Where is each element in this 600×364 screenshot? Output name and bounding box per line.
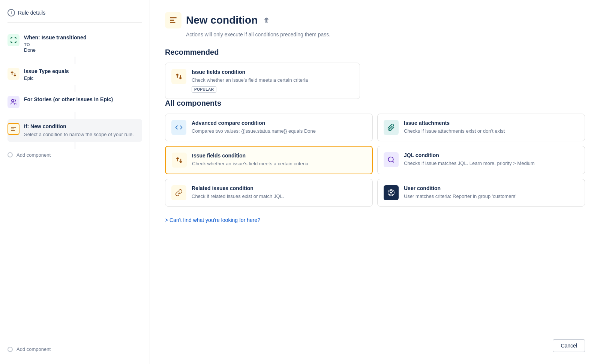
issue-attachments-content: Issue attachments Checks if issue attach… [404,120,579,135]
card-advanced-compare[interactable]: Advanced compare condition Compares two … [165,114,373,141]
advanced-compare-title: Advanced compare condition [192,120,366,126]
delete-icon[interactable]: 🗑 [264,17,270,24]
connector-line-1 [75,57,75,64]
condition1-title: Issue Type equals [24,68,142,75]
user-condition-title: User condition [404,185,579,191]
rec-issue-fields-content: Issue fields condition Check whether an … [192,69,354,93]
cant-find-link[interactable]: > Can't find what you're looking for her… [165,217,585,223]
connector-line-2 [75,85,75,92]
add-component-inner-label: Add component [16,152,51,158]
add-component-inner[interactable]: Add component [8,149,142,161]
condition1-value: Epic [24,75,142,81]
issue-attachments-desc: Checks if issue attachments exist or don… [404,127,579,135]
card-rec-issue-fields[interactable]: Issue fields condition Check whether an … [165,63,360,99]
connector-line-4 [75,142,75,149]
user-condition-icon [384,185,399,200]
issue-attachments-icon [384,120,399,135]
advanced-compare-desc: Compares two values: {{issue.status.name… [192,127,366,135]
card-related-issues[interactable]: Related issues condition Check if relate… [165,179,373,207]
condition1-content: Issue Type equals Epic [24,68,142,81]
add-component-bottom-label: Add component [16,346,51,352]
trigger-value: Done [24,47,142,53]
pipeline-item-new-condition[interactable]: If: New condition Select a condition to … [8,119,142,142]
recommended-cards: Issue fields condition Check whether an … [165,63,360,99]
user-condition-content: User condition User matches criteria: Re… [404,185,579,200]
related-issues-desc: Check if related issues exist or match J… [192,193,366,200]
issue-fields-content: Issue fields condition Check whether an … [192,153,366,168]
jql-condition-title: JQL condition [404,152,579,158]
for-stories-content: For Stories (or other issues in Epic) [24,96,142,108]
page-header: New condition 🗑 [165,12,585,28]
for-stories-title: For Stories (or other issues in Epic) [24,96,142,103]
all-components-section-title: All components [165,99,585,108]
page-subtitle: Actions will only execute if all conditi… [186,31,585,37]
rec-issue-fields-title: Issue fields condition [192,69,354,75]
rule-details-label: Rule details [18,10,45,16]
pipeline-item-trigger[interactable]: When: Issue transitioned TO Done [8,30,142,57]
issue-fields-desc: Check whether an issue's field meets a c… [192,160,366,168]
issue-fields-title: Issue fields condition [192,153,366,159]
jql-condition-icon [384,152,399,167]
new-condition-icon [8,123,20,135]
trigger-subtitle: TO [24,42,142,47]
pipeline: When: Issue transitioned TO Done Issue T… [8,30,142,161]
related-issues-title: Related issues condition [192,185,366,191]
trigger-title: When: Issue transitioned [24,34,142,42]
pipeline-item-for-stories[interactable]: For Stories (or other issues in Epic) [8,92,142,112]
pipeline-item-condition1[interactable]: Issue Type equals Epic [8,64,142,85]
sidebar: i Rule details When: Issue transitioned … [0,0,150,364]
page-icon [165,12,182,28]
connector-line-3 [75,112,75,119]
related-issues-content: Related issues condition Check if relate… [192,185,366,200]
svg-point-9 [390,190,393,193]
page-title: New condition [186,14,258,26]
add-component-bottom[interactable]: Add component [8,343,142,355]
trigger-icon [8,34,20,46]
related-issues-icon [171,185,186,200]
new-condition-content: If: New condition Select a condition to … [24,123,142,138]
svg-line-8 [393,161,394,162]
main-content: New condition 🗑 Actions will only execut… [150,0,600,364]
card-user-condition[interactable]: User condition User matches criteria: Re… [377,179,585,207]
cant-find-text: > Can't find what you're looking for her… [165,217,260,223]
for-stories-icon [8,96,20,108]
new-condition-desc: Select a condition to narrow the scope o… [24,131,142,138]
popular-badge: POPULAR [192,86,216,93]
cancel-button[interactable]: Cancel [553,339,585,352]
svg-point-0 [12,99,14,102]
card-issue-fields[interactable]: Issue fields condition Check whether an … [165,146,373,174]
rule-details-icon: i [8,9,15,16]
new-condition-title: If: New condition [24,123,142,130]
card-issue-attachments[interactable]: Issue attachments Checks if issue attach… [377,114,585,141]
condition1-icon [8,68,20,80]
rule-details-row[interactable]: i Rule details [8,9,142,23]
advanced-compare-icon [171,120,186,135]
issue-fields-icon [172,153,187,168]
advanced-compare-content: Advanced compare condition Compares two … [192,120,366,135]
rec-issue-fields-icon [171,69,186,84]
card-jql-condition[interactable]: JQL condition Checks if issue matches JQ… [377,146,585,174]
add-component-circle-bottom [8,347,13,352]
jql-condition-desc: Checks if issue matches JQL. Learn more.… [404,160,579,167]
rec-issue-fields-desc: Check whether an issue's field meets a c… [192,76,354,84]
all-components-grid: Advanced compare condition Compares two … [165,114,585,207]
user-condition-desc: User matches criteria: Reporter in group… [404,193,579,200]
trigger-content: When: Issue transitioned TO Done [24,34,142,53]
svg-point-7 [388,157,393,162]
issue-attachments-title: Issue attachments [404,120,579,126]
jql-condition-content: JQL condition Checks if issue matches JQ… [404,152,579,167]
add-component-circle-inner [8,152,13,157]
recommended-section-title: Recommended [165,48,585,57]
